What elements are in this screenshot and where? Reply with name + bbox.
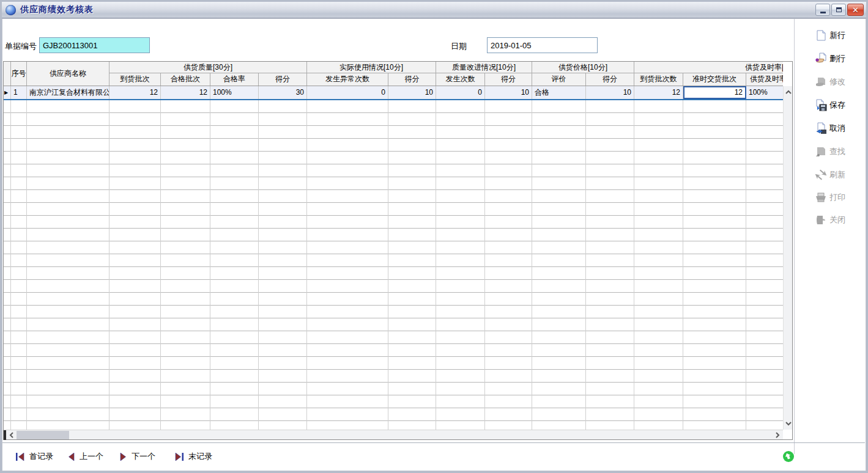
col-header-evaluation[interactable]: 评价 [532,73,586,86]
group-header-quality: 供货质量[30分] [109,62,307,73]
cell-abnormal-count[interactable]: 0 [307,86,388,99]
supplier-assessment-grid: 序号 供应商名称 供货质量[30分] 到货批次 合格批次 合格率 得分 实际使用… [3,61,793,440]
col-header-quality-score[interactable]: 得分 [259,73,307,86]
hscroll-thumb[interactable] [17,431,69,439]
grid-vline [746,100,746,430]
group-header-improve: 质量改进情况[10分] [436,62,532,73]
cell-qualified-rate[interactable]: 100% [210,86,259,99]
cell-arrival-batch-count[interactable]: 12 [634,86,683,99]
new-row-button[interactable]: 新行 [815,28,865,43]
grid-vline [109,100,109,430]
cell-seq[interactable]: 1 [11,86,27,99]
first-record-icon [15,453,25,461]
window-controls: ✕ [815,4,864,16]
titlebar[interactable]: 供应商绩效考核表 ✕ [2,2,866,18]
horizontal-scrollbar[interactable] [4,430,783,439]
prev-record-icon [67,453,75,461]
cell-ontime-rate[interactable]: 100% [746,86,783,99]
cell-improve-score[interactable]: 10 [485,86,532,99]
col-header-ontime-rate[interactable]: 供货及时率 [746,73,783,86]
last-record-label: 末记录 [188,451,212,462]
grid-vline [258,100,259,430]
col-header-improve-score[interactable]: 得分 [485,73,532,86]
delete-row-hand-icon [815,53,827,65]
maximize-button[interactable] [831,4,846,16]
minimize-button[interactable] [815,4,830,16]
col-header-ontime-delivery-batches[interactable]: 准时交货批次 [683,73,746,86]
last-record-button[interactable]: 末记录 [174,450,212,463]
save-button[interactable]: 保存 [815,98,865,112]
doc-no-input[interactable] [39,37,150,53]
cell-quality-score[interactable]: 30 [259,86,307,99]
cancel-button[interactable]: 取消 [815,121,865,136]
refresh-button[interactable]: 刷新 [815,167,865,182]
close-app-label: 关闭 [829,215,845,226]
save-disk-icon [815,99,827,111]
new-row-label: 新行 [829,30,845,41]
cell-arrival-batches[interactable]: 12 [109,86,161,99]
cell-supplier[interactable]: 南京沪江复合材料有限公司 [27,86,109,99]
first-record-button[interactable]: 首记录 [15,450,53,463]
next-record-icon [119,453,127,461]
window-title: 供应商绩效考核表 [20,4,94,15]
group-improve: 质量改进情况[10分] 发生次数 得分 [436,62,532,86]
group-price: 供货价格[10分] 评价 得分 [532,62,634,86]
vertical-scrollbar[interactable] [783,86,792,430]
scroll-up-arrow-icon[interactable] [784,87,793,97]
col-header-usage-score[interactable]: 得分 [388,73,436,86]
green-sync-status-icon[interactable] [782,450,795,465]
date-label: 日期 [451,41,467,52]
print-label: 打印 [829,192,845,203]
scrollbar-corner [783,430,792,439]
grid-empty-area [4,100,783,430]
next-record-button[interactable]: 下一个 [119,450,155,463]
prev-record-button[interactable]: 上一个 [67,450,103,463]
col-header-seq[interactable]: 序号 [11,62,27,86]
cell-occurrence-count[interactable]: 0 [436,86,485,99]
save-label: 保存 [829,100,845,111]
col-header-price-score[interactable]: 得分 [586,73,634,86]
grid-header: 序号 供应商名称 供货质量[30分] 到货批次 合格批次 合格率 得分 实际使用… [4,62,783,86]
grid-vline [683,100,683,430]
minimize-icon [820,12,826,13]
print-button[interactable]: 打印 [815,190,865,205]
group-header-usage: 实际使用情况[10分] [307,62,436,73]
scroll-left-arrow-icon[interactable] [6,430,17,440]
scroll-down-arrow-icon[interactable] [784,419,793,428]
app-window: 供应商绩效考核表 ✕ 单据编号 日期 序号 供应商名称 供货质量[30分] 到货… [0,0,868,473]
next-record-label: 下一个 [132,451,155,462]
cancel-label: 取消 [829,123,845,134]
grid-vline [26,100,27,430]
cell-usage-score[interactable]: 10 [388,86,436,99]
refresh-icon [815,169,827,181]
col-header-supplier[interactable]: 供应商名称 [27,62,109,86]
modify-button[interactable]: 修改 [815,75,865,89]
close-button[interactable]: ✕ [847,4,864,16]
col-header-qualified-rate[interactable]: 合格率 [210,73,259,86]
cell-price-score[interactable]: 10 [586,86,634,99]
table-row: ▶ 1 南京沪江复合材料有限公司 12 12 100% 30 0 10 0 10… [4,86,783,100]
scroll-right-arrow-icon[interactable] [772,430,782,440]
cell-ontime-delivery-batches-selected[interactable]: 12 [683,86,746,99]
grid-vline [484,100,485,430]
maximize-icon [836,7,842,12]
col-header-arrival-batch-count[interactable]: 到货批次数 [634,73,683,86]
col-header-qualified-batches[interactable]: 合格批次 [161,73,210,86]
delete-row-button[interactable]: 删行 [815,51,865,66]
group-ontime: 供货及时率[20分] 到货批次数 准时交货批次 供货及时率 [634,62,783,86]
document-new-icon [815,29,827,42]
cell-qualified-batches[interactable]: 12 [161,86,210,99]
grid-vline [10,100,11,430]
cell-evaluation[interactable]: 合格 [532,86,586,99]
find-label: 查找 [829,146,845,157]
bottom-separator [2,442,865,443]
sidebar-separator [794,19,795,454]
col-header-arrival-batches[interactable]: 到货批次 [109,73,161,86]
col-header-abnormal-count[interactable]: 发生异常次数 [307,73,388,86]
date-input[interactable] [487,37,598,53]
grid-vline [532,100,532,430]
close-app-button[interactable]: 关闭 [815,213,865,227]
find-button[interactable]: 查找 [815,144,865,159]
delete-row-label: 删行 [829,53,845,64]
col-header-occurrence-count[interactable]: 发生次数 [436,73,485,86]
